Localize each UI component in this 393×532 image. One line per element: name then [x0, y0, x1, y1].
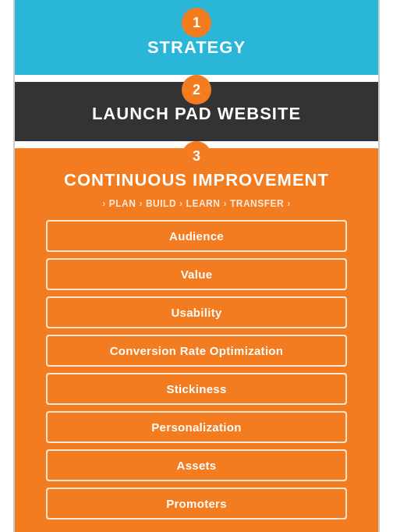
launchpad-title: LAUNCH PAD WEBSITE [30, 104, 363, 124]
step-learn: LEARN [186, 198, 221, 209]
badge-3-number: 3 [193, 148, 200, 165]
step-build: BUILD [146, 198, 176, 209]
items-list: AudienceValueUsabilityConversion Rate Op… [46, 220, 347, 520]
process-row: › PLAN › BUILD › LEARN › TRANSFER › [46, 198, 347, 209]
strategy-title: STRATEGY [30, 37, 363, 58]
strategy-section: 1 STRATEGY [15, 0, 378, 75]
item-btn-4[interactable]: Stickiness [46, 373, 347, 405]
main-wrapper: 1 STRATEGY 2 LAUNCH PAD WEBSITE 3 CONTIN… [13, 0, 380, 532]
badge-3: 3 [182, 141, 211, 171]
arrow-end: › [287, 198, 291, 209]
arrow-start: › [102, 198, 106, 209]
item-btn-7[interactable]: Promoters [46, 488, 347, 520]
badge-2-container: 2 [15, 75, 378, 97]
badge-2: 2 [182, 75, 211, 105]
badge-3-container: 3 [15, 141, 378, 163]
item-btn-6[interactable]: Assets [46, 449, 347, 481]
item-btn-0[interactable]: Audience [46, 220, 347, 252]
arrow-1: › [139, 198, 143, 209]
arrow-2: › [179, 198, 183, 209]
improvement-title: CONTINUOUS IMPROVEMENT [30, 170, 363, 190]
step-transfer: TRANSFER [230, 198, 284, 209]
step-plan: PLAN [109, 198, 136, 209]
item-btn-5[interactable]: Personalization [46, 411, 347, 443]
badge-1-number: 1 [193, 15, 200, 31]
item-btn-2[interactable]: Usability [46, 296, 347, 328]
badge-2-number: 2 [193, 82, 200, 98]
arrow-3: › [223, 198, 227, 209]
item-btn-3[interactable]: Conversion Rate Optimization [46, 335, 347, 367]
badge-1: 1 [182, 8, 211, 37]
improvement-section: CONTINUOUS IMPROVEMENT › PLAN › BUILD › … [15, 148, 378, 532]
item-btn-1[interactable]: Value [46, 258, 347, 290]
